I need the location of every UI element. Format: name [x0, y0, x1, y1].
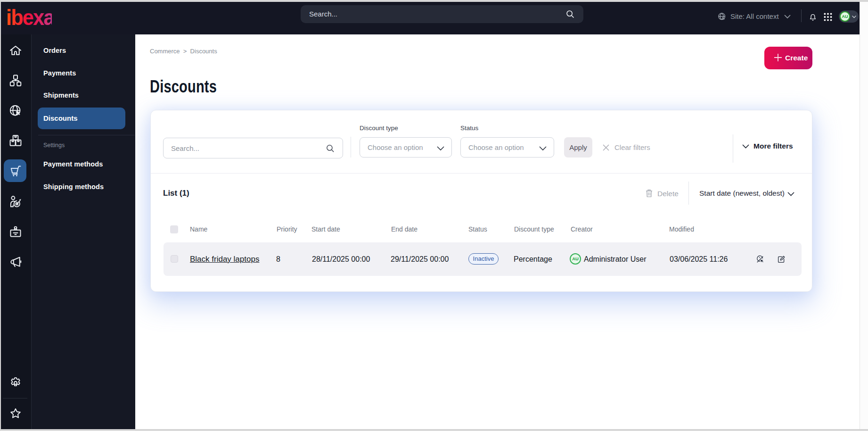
svg-text:ibexa: ibexa — [7, 7, 52, 26]
